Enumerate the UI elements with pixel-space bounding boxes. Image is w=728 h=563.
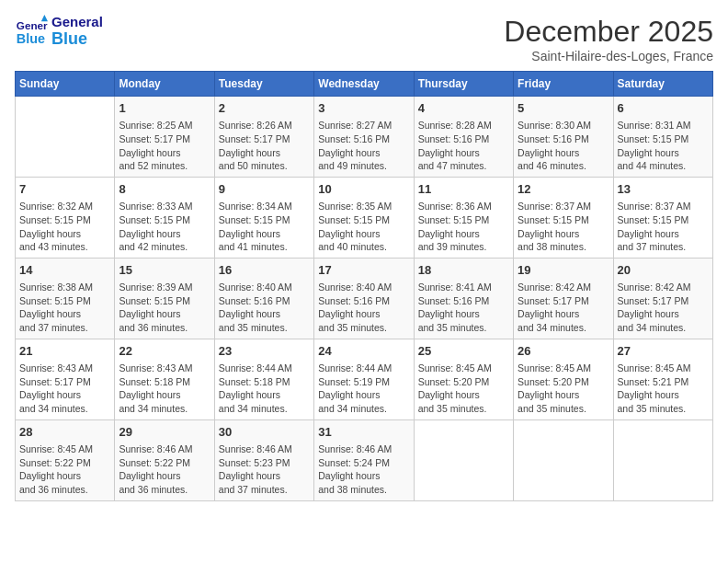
day-number: 21 bbox=[19, 343, 110, 360]
calendar-day-cell: 24Sunrise: 8:44 AMSunset: 5:19 PMDayligh… bbox=[314, 339, 414, 419]
page-header: General Blue General Blue December 2025 … bbox=[15, 15, 713, 63]
weekday-header: Wednesday bbox=[314, 72, 414, 97]
day-number: 30 bbox=[219, 424, 310, 441]
logo: General Blue General Blue bbox=[15, 15, 103, 48]
day-number: 13 bbox=[618, 181, 709, 198]
weekday-header: Sunday bbox=[16, 72, 115, 97]
day-number: 18 bbox=[418, 262, 509, 279]
day-info: Sunrise: 8:43 AMSunset: 5:17 PMDaylight … bbox=[19, 362, 110, 416]
day-info: Sunrise: 8:45 AMSunset: 5:20 PMDaylight … bbox=[418, 362, 509, 416]
logo-general: General bbox=[51, 15, 103, 30]
day-number: 26 bbox=[518, 343, 609, 360]
calendar-day-cell: 19Sunrise: 8:42 AMSunset: 5:17 PMDayligh… bbox=[514, 258, 613, 339]
calendar-day-cell: 25Sunrise: 8:45 AMSunset: 5:20 PMDayligh… bbox=[414, 339, 513, 419]
calendar-week-row: 21Sunrise: 8:43 AMSunset: 5:17 PMDayligh… bbox=[16, 339, 713, 419]
calendar-day-cell: 20Sunrise: 8:42 AMSunset: 5:17 PMDayligh… bbox=[613, 258, 712, 339]
day-number: 6 bbox=[618, 100, 709, 117]
day-info: Sunrise: 8:25 AMSunset: 5:17 PMDaylight … bbox=[119, 119, 210, 173]
calendar-day-cell: 22Sunrise: 8:43 AMSunset: 5:18 PMDayligh… bbox=[115, 339, 214, 419]
day-info: Sunrise: 8:39 AMSunset: 5:15 PMDaylight … bbox=[119, 281, 210, 335]
day-info: Sunrise: 8:26 AMSunset: 5:17 PMDaylight … bbox=[219, 119, 310, 173]
day-info: Sunrise: 8:31 AMSunset: 5:15 PMDaylight … bbox=[618, 119, 709, 173]
weekday-header: Friday bbox=[514, 72, 613, 97]
day-number: 2 bbox=[219, 100, 310, 117]
day-info: Sunrise: 8:46 AMSunset: 5:23 PMDaylight … bbox=[219, 442, 310, 497]
day-info: Sunrise: 8:45 AMSunset: 5:22 PMDaylight … bbox=[19, 442, 110, 497]
weekday-header: Saturday bbox=[613, 72, 712, 97]
logo-icon: General Blue bbox=[15, 15, 48, 48]
day-info: Sunrise: 8:46 AMSunset: 5:24 PMDaylight … bbox=[318, 442, 409, 497]
calendar-day-cell: 29Sunrise: 8:46 AMSunset: 5:22 PMDayligh… bbox=[115, 419, 214, 500]
day-number: 14 bbox=[19, 262, 110, 279]
day-number: 4 bbox=[418, 100, 509, 117]
calendar-day-cell bbox=[613, 419, 712, 500]
weekday-row: SundayMondayTuesdayWednesdayThursdayFrid… bbox=[16, 72, 713, 97]
day-number: 28 bbox=[19, 424, 110, 441]
day-number: 10 bbox=[318, 181, 409, 198]
day-number: 16 bbox=[219, 262, 310, 279]
day-info: Sunrise: 8:28 AMSunset: 5:16 PMDaylight … bbox=[418, 119, 509, 173]
calendar-day-cell: 11Sunrise: 8:36 AMSunset: 5:15 PMDayligh… bbox=[414, 177, 513, 258]
calendar-day-cell: 26Sunrise: 8:45 AMSunset: 5:20 PMDayligh… bbox=[514, 339, 613, 419]
calendar-day-cell: 2Sunrise: 8:26 AMSunset: 5:17 PMDaylight… bbox=[214, 97, 313, 178]
calendar-day-cell bbox=[16, 97, 115, 178]
day-info: Sunrise: 8:37 AMSunset: 5:15 PMDaylight … bbox=[618, 200, 709, 254]
day-number: 22 bbox=[119, 343, 210, 360]
title-area: December 2025 Saint-Hilaire-des-Loges, F… bbox=[504, 15, 713, 63]
calendar-day-cell: 30Sunrise: 8:46 AMSunset: 5:23 PMDayligh… bbox=[214, 419, 313, 500]
day-number: 3 bbox=[318, 100, 409, 117]
day-info: Sunrise: 8:43 AMSunset: 5:18 PMDaylight … bbox=[119, 362, 210, 416]
calendar-day-cell: 5Sunrise: 8:30 AMSunset: 5:16 PMDaylight… bbox=[514, 97, 613, 178]
day-info: Sunrise: 8:42 AMSunset: 5:17 PMDaylight … bbox=[618, 281, 709, 335]
day-info: Sunrise: 8:32 AMSunset: 5:15 PMDaylight … bbox=[19, 200, 110, 254]
logo-text: General Blue bbox=[51, 15, 103, 48]
day-number: 17 bbox=[318, 262, 409, 279]
calendar-week-row: 1Sunrise: 8:25 AMSunset: 5:17 PMDaylight… bbox=[16, 97, 713, 178]
weekday-header: Tuesday bbox=[214, 72, 313, 97]
day-number: 29 bbox=[119, 424, 210, 441]
day-number: 31 bbox=[318, 424, 409, 441]
calendar-day-cell: 15Sunrise: 8:39 AMSunset: 5:15 PMDayligh… bbox=[115, 258, 214, 339]
day-number: 20 bbox=[618, 262, 709, 279]
calendar-day-cell: 16Sunrise: 8:40 AMSunset: 5:16 PMDayligh… bbox=[214, 258, 313, 339]
day-info: Sunrise: 8:34 AMSunset: 5:15 PMDaylight … bbox=[219, 200, 310, 254]
svg-marker-2 bbox=[41, 15, 48, 21]
calendar-day-cell: 27Sunrise: 8:45 AMSunset: 5:21 PMDayligh… bbox=[613, 339, 712, 419]
calendar-day-cell: 28Sunrise: 8:45 AMSunset: 5:22 PMDayligh… bbox=[16, 419, 115, 500]
day-number: 1 bbox=[119, 100, 210, 117]
day-number: 8 bbox=[119, 181, 210, 198]
day-info: Sunrise: 8:44 AMSunset: 5:19 PMDaylight … bbox=[318, 362, 409, 416]
day-info: Sunrise: 8:42 AMSunset: 5:17 PMDaylight … bbox=[518, 281, 609, 335]
day-info: Sunrise: 8:38 AMSunset: 5:15 PMDaylight … bbox=[19, 281, 110, 335]
calendar-day-cell: 21Sunrise: 8:43 AMSunset: 5:17 PMDayligh… bbox=[16, 339, 115, 419]
calendar-day-cell: 17Sunrise: 8:40 AMSunset: 5:16 PMDayligh… bbox=[314, 258, 414, 339]
day-info: Sunrise: 8:36 AMSunset: 5:15 PMDaylight … bbox=[418, 200, 509, 254]
day-info: Sunrise: 8:40 AMSunset: 5:16 PMDaylight … bbox=[219, 281, 310, 335]
calendar-day-cell: 12Sunrise: 8:37 AMSunset: 5:15 PMDayligh… bbox=[514, 177, 613, 258]
month-title: December 2025 bbox=[504, 15, 713, 49]
calendar-day-cell: 3Sunrise: 8:27 AMSunset: 5:16 PMDaylight… bbox=[314, 97, 414, 178]
day-number: 7 bbox=[19, 181, 110, 198]
calendar-week-row: 7Sunrise: 8:32 AMSunset: 5:15 PMDaylight… bbox=[16, 177, 713, 258]
day-info: Sunrise: 8:44 AMSunset: 5:18 PMDaylight … bbox=[219, 362, 310, 416]
calendar-day-cell: 10Sunrise: 8:35 AMSunset: 5:15 PMDayligh… bbox=[314, 177, 414, 258]
day-info: Sunrise: 8:35 AMSunset: 5:15 PMDaylight … bbox=[318, 200, 409, 254]
location-title: Saint-Hilaire-des-Loges, France bbox=[504, 49, 713, 63]
calendar-day-cell: 23Sunrise: 8:44 AMSunset: 5:18 PMDayligh… bbox=[214, 339, 313, 419]
calendar-day-cell bbox=[414, 419, 513, 500]
calendar-day-cell: 18Sunrise: 8:41 AMSunset: 5:16 PMDayligh… bbox=[414, 258, 513, 339]
calendar-day-cell: 9Sunrise: 8:34 AMSunset: 5:15 PMDaylight… bbox=[214, 177, 313, 258]
day-number: 9 bbox=[219, 181, 310, 198]
calendar-table: SundayMondayTuesdayWednesdayThursdayFrid… bbox=[15, 71, 713, 501]
logo-blue: Blue bbox=[51, 30, 103, 49]
calendar-week-row: 14Sunrise: 8:38 AMSunset: 5:15 PMDayligh… bbox=[16, 258, 713, 339]
day-info: Sunrise: 8:40 AMSunset: 5:16 PMDaylight … bbox=[318, 281, 409, 335]
calendar-day-cell: 13Sunrise: 8:37 AMSunset: 5:15 PMDayligh… bbox=[613, 177, 712, 258]
calendar-week-row: 28Sunrise: 8:45 AMSunset: 5:22 PMDayligh… bbox=[16, 419, 713, 500]
day-number: 27 bbox=[618, 343, 709, 360]
day-info: Sunrise: 8:27 AMSunset: 5:16 PMDaylight … bbox=[318, 119, 409, 173]
svg-text:Blue: Blue bbox=[17, 31, 45, 46]
day-info: Sunrise: 8:45 AMSunset: 5:20 PMDaylight … bbox=[518, 362, 609, 416]
calendar-day-cell bbox=[514, 419, 613, 500]
day-number: 11 bbox=[418, 181, 509, 198]
